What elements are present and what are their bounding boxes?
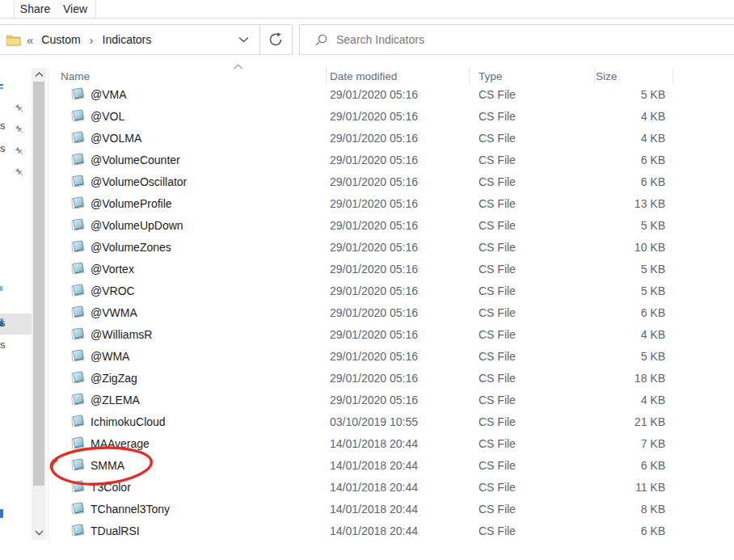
file-type: CS File (479, 149, 592, 171)
file-row[interactable]: @Vortex29/01/2020 05:16CS File5 KB (0, 258, 734, 280)
file-row[interactable]: @VWMA29/01/2020 05:16CS File6 KB (0, 301, 734, 323)
file-size: 5 KB (594, 258, 665, 280)
file-type: CS File (479, 389, 592, 411)
file-type: CS File (479, 432, 592, 454)
file-date-modified: 14/01/2018 20:44 (330, 432, 467, 454)
file-name: @ZigZag (91, 367, 137, 389)
file-type: CS File (479, 236, 592, 258)
file-date-modified: 29/01/2020 05:16 (330, 192, 467, 214)
refresh-button[interactable] (259, 25, 292, 54)
file-row[interactable]: MAAverage14/01/2018 20:44CS File7 KB (0, 432, 734, 454)
search-input[interactable] (335, 32, 734, 47)
file-row[interactable]: @VOLMA29/01/2020 05:16CS File4 KB (0, 127, 734, 149)
column-divider (469, 68, 470, 85)
file-row[interactable]: @VROC29/01/2020 05:16CS File5 KB (0, 280, 734, 301)
file-row[interactable]: @WilliamsR29/01/2020 05:16CS File4 KB (0, 323, 734, 345)
file-row[interactable]: @WMA29/01/2020 05:16CS File5 KB (0, 345, 734, 367)
file-date-modified: 29/01/2020 05:16 (330, 127, 467, 149)
file-size: 4 KB (594, 323, 665, 345)
file-type: CS File (479, 498, 592, 520)
file-size: 21 KB (594, 411, 665, 432)
file-date-modified: 29/01/2020 05:16 (330, 258, 467, 280)
address-dropdown-button[interactable] (228, 25, 259, 54)
file-date-modified: 29/01/2020 05:16 (330, 280, 467, 301)
file-type: CS File (479, 323, 592, 345)
search-icon (314, 33, 328, 47)
cs-file-icon (71, 109, 86, 122)
column-header-name[interactable]: Name (61, 68, 90, 84)
file-row[interactable]: @VolumeOscillator29/01/2020 05:16CS File… (0, 171, 734, 192)
file-type: CS File (479, 214, 592, 236)
file-name: @ZLEMA (91, 389, 140, 411)
cs-file-icon (71, 240, 86, 253)
search-box (299, 24, 734, 55)
file-name: @VolumeOscillator (91, 171, 187, 192)
file-row[interactable]: T3Color14/01/2018 20:44CS File11 KB (0, 476, 734, 498)
file-size: 6 KB (594, 520, 665, 541)
cs-file-icon (71, 524, 86, 537)
file-type: CS File (479, 127, 592, 149)
column-header-row: Name Date modified Type Size (49, 68, 734, 84)
file-name: T3Color (91, 476, 131, 498)
folder-icon (6, 34, 22, 46)
breadcrumb-item-custom[interactable]: Custom (38, 33, 83, 46)
file-row[interactable]: @VMA29/01/2020 05:16CS File5 KB (0, 83, 734, 105)
file-size: 5 KB (594, 214, 665, 236)
file-name: @VolumeZones (91, 236, 171, 258)
column-header-date-modified[interactable]: Date modified (330, 68, 397, 84)
file-date-modified: 29/01/2020 05:16 (330, 389, 467, 411)
cs-file-icon (71, 131, 86, 144)
file-type: CS File (479, 105, 592, 127)
column-header-size[interactable]: Size (596, 68, 617, 84)
file-row[interactable]: TChannel3Tony14/01/2018 20:44CS File8 KB (0, 498, 734, 520)
file-type: CS File (479, 171, 592, 192)
address-bar[interactable]: « Custom › Indicators (0, 24, 293, 55)
file-name: @VolumeUpDown (91, 214, 184, 236)
file-size: 4 KB (594, 389, 665, 411)
refresh-icon (268, 32, 284, 48)
file-row[interactable]: @VOL29/01/2020 05:16CS File4 KB (0, 105, 734, 127)
file-row[interactable]: IchimokuCloud03/10/2019 10:55CS File21 K… (0, 411, 734, 432)
file-size: 11 KB (594, 476, 665, 498)
file-name: SMMA (91, 454, 124, 476)
breadcrumb-back-glyph[interactable]: « (22, 33, 38, 47)
file-name: @VOL (91, 105, 124, 127)
file-name: @Vortex (91, 258, 134, 280)
scrollbar-up-button[interactable] (32, 68, 46, 82)
tab-view[interactable]: View (55, 0, 96, 18)
file-name: @WMA (91, 345, 129, 367)
cs-file-icon (71, 371, 86, 384)
file-row[interactable]: TDualRSI14/01/2018 20:44CS File6 KB (0, 520, 734, 541)
file-date-modified: 14/01/2018 20:44 (330, 476, 467, 498)
file-date-modified: 29/01/2020 05:16 (330, 171, 467, 192)
file-size: 7 KB (594, 432, 665, 454)
cs-file-icon (71, 458, 86, 471)
breadcrumb-separator-icon[interactable]: › (84, 33, 99, 47)
file-row[interactable]: @ZigZag29/01/2020 05:16CS File18 KB (0, 367, 734, 389)
file-date-modified: 14/01/2018 20:44 (330, 498, 467, 520)
file-row[interactable]: @VolumeCounter29/01/2020 05:16CS File6 K… (0, 149, 734, 171)
column-header-type[interactable]: Type (479, 68, 502, 84)
cs-file-icon (71, 175, 86, 187)
column-divider (673, 68, 673, 85)
file-row[interactable]: @VolumeProfile29/01/2020 05:16CS File13 … (0, 192, 734, 214)
file-date-modified: 29/01/2020 05:16 (330, 323, 467, 345)
file-row[interactable]: @VolumeZones29/01/2020 05:16CS File10 KB (0, 236, 734, 258)
file-size: 4 KB (594, 105, 665, 127)
cs-file-icon (71, 153, 86, 166)
file-size: 8 KB (594, 498, 665, 520)
file-size: 5 KB (594, 345, 665, 367)
file-date-modified: 14/01/2018 20:44 (330, 454, 467, 476)
file-row[interactable]: @VolumeUpDown29/01/2020 05:16CS File5 KB (0, 214, 734, 236)
file-date-modified: 29/01/2020 05:16 (330, 149, 467, 171)
sort-ascending-icon (233, 60, 243, 72)
file-date-modified: 29/01/2020 05:16 (330, 83, 467, 105)
cs-file-icon (71, 393, 86, 406)
cs-file-icon (71, 480, 86, 493)
file-size: 10 KB (594, 236, 665, 258)
file-row[interactable]: @ZLEMA29/01/2020 05:16CS File4 KB (0, 389, 734, 411)
tab-share[interactable]: Share (14, 0, 57, 18)
breadcrumb-item-indicators[interactable]: Indicators (99, 33, 155, 46)
cs-file-icon (71, 436, 86, 449)
file-row[interactable]: SMMA14/01/2018 20:44CS File6 KB (0, 454, 734, 476)
